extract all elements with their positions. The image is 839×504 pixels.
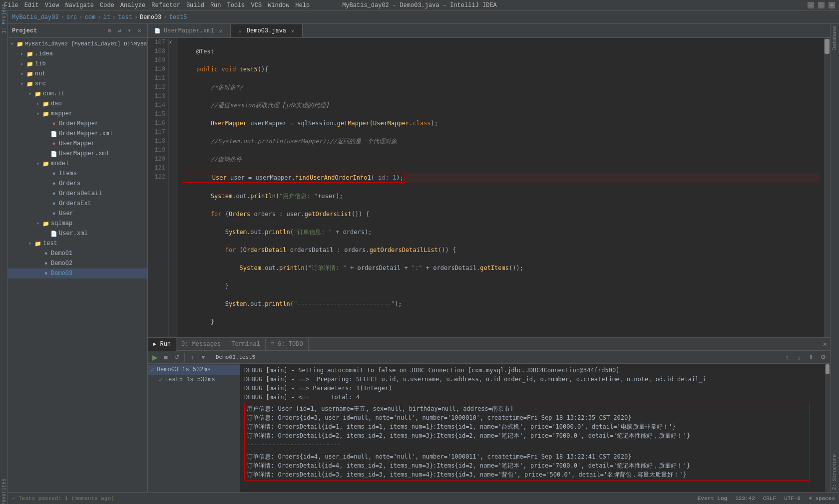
bc-test[interactable]: test	[118, 14, 132, 21]
run-test5-row[interactable]: ✓ test5 1s 532ms	[148, 375, 240, 385]
output-line-7: 订单详情: OrdersDetail{id=1, items_id=1, ite…	[247, 422, 807, 431]
tree-src[interactable]: ▾ 📁 src	[8, 79, 147, 89]
bc-demo03[interactable]: Demo03	[140, 14, 161, 21]
tree-ordermapper[interactable]: ● OrderMapper	[8, 119, 147, 129]
tree-mapper[interactable]: ▾ 📁 mapper	[8, 109, 147, 119]
output-line-4: DEBUG [main] - <== Total: 4	[244, 393, 821, 402]
sidebar-close-icon[interactable]: ✕	[135, 27, 143, 35]
tree-comit[interactable]: ▾ 📁 com.it	[8, 89, 147, 99]
code-line-110: //通过session获取代理【jdk实现的代理】	[182, 101, 820, 110]
tree-root[interactable]: ▾ 📁 MyBatis_day02 [MyBatis_day01] D:\MyB…	[8, 39, 147, 49]
menu-window[interactable]: Window	[268, 2, 289, 9]
status-indent[interactable]: 4 spaces	[809, 496, 835, 502]
code-line-112: //System.out.println(userMapper);//返回的是一…	[182, 137, 820, 146]
bottom-panel: ▶ Run 0: Messages Terminal ≡ 6: TODO _ ✕…	[148, 337, 830, 492]
tree-dao[interactable]: ▸ 📁 dao	[8, 99, 147, 109]
minimize-button[interactable]: —	[808, 2, 814, 8]
tree-userxml[interactable]: 📄 User.xml	[8, 229, 147, 239]
tree-ordersext[interactable]: ● OrdersExt	[8, 199, 147, 209]
bottom-panel-minimize-btn[interactable]: _	[817, 340, 821, 348]
bc-com[interactable]: com	[85, 14, 96, 21]
run-sort-btn[interactable]: ↕	[187, 352, 197, 362]
output-line-9: --------------------------	[247, 440, 807, 449]
menu-refactor[interactable]: Refactor	[151, 2, 180, 9]
tree-idea[interactable]: ▸ 📁 .idea	[8, 49, 147, 59]
bc-test5[interactable]: test5	[169, 14, 187, 21]
tree-demo02[interactable]: ● Demo02	[8, 258, 147, 268]
menu-view[interactable]: View	[45, 2, 59, 9]
tree-usermapper[interactable]: ● UserMapper	[8, 139, 147, 149]
btm-tab-run[interactable]: ▶ Run	[148, 338, 176, 351]
code-line-116: for (Orders orders : user.getOrdersList(…	[182, 210, 820, 219]
run-output: DEBUG [main] - Setting autocommit to fal…	[240, 364, 825, 492]
status-line-ending[interactable]: CRLF	[763, 496, 776, 502]
close-demo03-btn[interactable]: ✕	[289, 27, 296, 34]
run-stop-btn[interactable]: ■	[161, 352, 171, 362]
menu-help[interactable]: Help	[295, 2, 310, 9]
run-prev-btn[interactable]: ↑	[782, 352, 792, 362]
menu-run[interactable]: Run	[210, 2, 221, 9]
btm-tab-terminal[interactable]: Terminal	[226, 338, 266, 351]
maximize-button[interactable]: □	[818, 2, 825, 8]
btm-tab-todo[interactable]: ≡ 6: TODO	[266, 338, 309, 351]
bc-it[interactable]: it	[103, 14, 110, 21]
menu-navigate[interactable]: Navigate	[65, 2, 94, 9]
run-export-btn[interactable]: ⬆	[806, 352, 816, 362]
title-bar: File Edit View Navigate Code Analyze Ref…	[0, 0, 839, 11]
close-usermapper-btn[interactable]: ✕	[217, 27, 224, 34]
menu-bar[interactable]: File Edit View Navigate Code Analyze Ref…	[4, 2, 310, 9]
status-test-result: ✓ Tests passed: 1 (moments ago)	[12, 495, 114, 502]
database-icon[interactable]: Database	[832, 26, 838, 50]
sidebar-sync-icon[interactable]: ⇄	[115, 27, 123, 35]
run-restart-btn[interactable]: ▶	[150, 352, 160, 362]
bc-mybatis[interactable]: MyBatis_day02	[12, 14, 59, 21]
window-controls[interactable]: — □ ✕	[808, 2, 835, 8]
code-line-108: public void test5(){	[182, 65, 820, 74]
code-line-117: System.out.println("订单信息: " + orders);	[182, 228, 820, 237]
structure-icon[interactable]: Z: Structure	[832, 454, 838, 490]
tree-usermapper-xml[interactable]: 📄 UserMapper.xml	[8, 149, 147, 159]
tab-usermapper[interactable]: 📄 UserMapper.xml ✕	[148, 24, 231, 37]
code-lines[interactable]: @Test public void test5(){ /*多对多*/ //通过s…	[178, 38, 824, 337]
tree-demo01[interactable]: ● Demo01	[8, 249, 147, 258]
tree-ordermapper-xml[interactable]: 📄 OrderMapper.xml	[8, 129, 147, 139]
menu-tools[interactable]: Tools	[227, 2, 245, 9]
run-demo03-row[interactable]: ✓ Demo03 1s 532ms	[148, 365, 240, 375]
bottom-panel-close-btn[interactable]: ✕	[823, 340, 827, 348]
status-encoding[interactable]: UTF-8	[784, 496, 801, 502]
tree-items[interactable]: ● Items	[8, 169, 147, 179]
tree-orders[interactable]: ● Orders	[8, 179, 147, 189]
menu-code[interactable]: Code	[100, 2, 114, 9]
tree-model[interactable]: ▾ 📁 model	[8, 159, 147, 169]
sidebar-collapse-icon[interactable]: ▾	[125, 27, 133, 35]
tree-demo03[interactable]: ● Demo03	[8, 268, 147, 278]
menu-build[interactable]: Build	[186, 2, 204, 9]
close-button[interactable]: ✕	[829, 2, 835, 8]
menu-analyze[interactable]: Analyze	[120, 2, 145, 9]
menu-edit[interactable]: Edit	[24, 2, 39, 9]
status-event-log[interactable]: Event Log	[698, 496, 727, 502]
project-icon[interactable]: 1: Project	[0, 15, 7, 22]
sidebar-settings-icon[interactable]: ⚙	[105, 27, 113, 35]
run-rerun-btn[interactable]: ↺	[172, 352, 182, 362]
run-next-btn[interactable]: ↓	[794, 352, 804, 362]
bc-src[interactable]: src	[66, 14, 77, 21]
tree-lib[interactable]: ▸ 📁 lib	[8, 59, 147, 69]
tree-test-folder[interactable]: ▾ 📁 test	[8, 239, 147, 249]
sidebar-title: Project	[12, 27, 37, 34]
tree-sqlmap[interactable]: ▾ 📁 sqlmap	[8, 219, 147, 229]
menu-vcs[interactable]: VCS	[251, 2, 262, 9]
favorites-icon[interactable]: 2: Favorites	[0, 493, 7, 500]
tree-user[interactable]: ● User	[8, 209, 147, 219]
btm-tab-messages[interactable]: 0: Messages	[176, 338, 226, 351]
line-numbers: 107 108 109 110 111 112 113 114 115 116 …	[148, 38, 169, 337]
tree-ordersdetail[interactable]: ● OrdersDetail	[8, 189, 147, 199]
sidebar-header: Project ⚙ ⇄ ▾ ✕	[8, 24, 147, 38]
tab-demo03[interactable]: ☕ Demo03.java ✕	[231, 24, 303, 37]
run-filter-btn[interactable]: ▼	[198, 352, 208, 362]
output-line-12: 订单详情: OrdersDetail{id=3, items_id=3, ite…	[247, 470, 807, 479]
output-line-5: 用户信息: User [id=1, username=王五, sex=null,…	[247, 404, 807, 413]
code-line-111: UserMapper userMapper = sqlSession.getMa…	[182, 119, 820, 128]
run-settings-btn[interactable]: ⚙	[818, 352, 828, 362]
tree-out[interactable]: ▾ 📁 out	[8, 69, 147, 79]
